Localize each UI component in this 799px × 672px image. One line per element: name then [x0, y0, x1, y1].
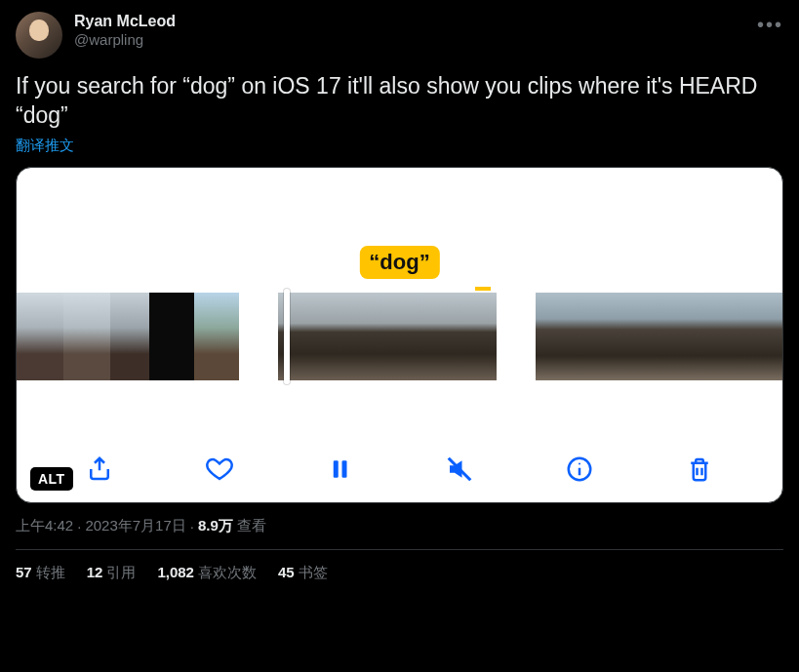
views-label: 查看 — [237, 517, 266, 535]
retweets-count: 57 — [16, 564, 32, 580]
alt-badge[interactable]: ALT — [30, 467, 73, 491]
clip-frame — [194, 293, 239, 380]
quotes-count: 12 — [87, 564, 103, 580]
meta-separator: · — [77, 518, 81, 534]
clip-frame — [442, 293, 497, 380]
playhead[interactable] — [284, 289, 290, 384]
clip-frame — [625, 293, 670, 380]
divider — [16, 549, 783, 550]
retweets-stat[interactable]: 57转推 — [16, 564, 65, 582]
quotes-stat[interactable]: 12引用 — [87, 564, 137, 582]
media-toolbar — [17, 448, 782, 491]
tweet-date[interactable]: 2023年7月17日 — [85, 517, 185, 535]
author-block[interactable]: Ryan McLeod @warpling — [74, 12, 176, 50]
clip-group[interactable] — [536, 293, 783, 380]
bookmarks-stat[interactable]: 45书签 — [278, 564, 328, 582]
clip-frame — [17, 293, 63, 380]
translate-link[interactable]: 翻译推文 — [16, 137, 783, 155]
clip-frame — [333, 293, 387, 380]
clip-frame — [110, 293, 149, 380]
more-button[interactable]: ••• — [757, 14, 783, 36]
search-term-label: “dog” — [359, 246, 439, 279]
avatar[interactable] — [16, 12, 62, 59]
likes-count: 1,082 — [157, 564, 194, 580]
clip-group[interactable] — [278, 293, 497, 380]
tweet-container: Ryan McLeod @warpling ••• If you search … — [0, 0, 799, 594]
clip-group[interactable] — [17, 293, 239, 380]
svg-rect-1 — [342, 460, 347, 478]
clip-frame — [536, 293, 580, 380]
clip-frame — [387, 293, 442, 380]
tweet-time[interactable]: 上午4:42 — [16, 517, 73, 535]
media-attachment[interactable]: “dog” — [16, 167, 783, 503]
clip-frame — [63, 293, 110, 380]
tweet-header: Ryan McLeod @warpling ••• — [16, 12, 783, 59]
mute-icon[interactable] — [438, 448, 481, 491]
handle: @warpling — [74, 31, 176, 50]
tweet-stats: 57转推 12引用 1,082喜欢次数 45书签 — [16, 564, 783, 582]
bookmarks-count: 45 — [278, 564, 295, 580]
video-timeline[interactable] — [17, 293, 782, 380]
share-icon[interactable] — [78, 448, 121, 491]
tweet-text: If you search for “dog” on iOS 17 it'll … — [16, 72, 783, 131]
retweets-label: 转推 — [36, 564, 65, 580]
tweet-meta: 上午4:42 · 2023年7月17日 · 8.9万 查看 — [16, 517, 783, 535]
info-icon[interactable] — [558, 448, 601, 491]
display-name: Ryan McLeod — [74, 12, 176, 31]
quotes-label: 引用 — [106, 564, 136, 580]
svg-rect-0 — [334, 460, 339, 478]
clip-frame — [715, 293, 760, 380]
heart-icon[interactable] — [198, 448, 241, 491]
likes-stat[interactable]: 1,082喜欢次数 — [157, 564, 257, 582]
meta-separator: · — [190, 518, 194, 534]
clip-frame — [760, 293, 783, 380]
clip-frame — [580, 293, 625, 380]
bookmarks-label: 书签 — [299, 564, 328, 580]
views-count: 8.9万 — [198, 517, 233, 535]
clip-frame — [670, 293, 715, 380]
likes-label: 喜欢次数 — [198, 564, 257, 580]
trash-icon[interactable] — [678, 448, 721, 491]
pause-icon[interactable] — [318, 448, 361, 491]
search-match-marker-icon — [475, 287, 491, 291]
svg-point-5 — [579, 462, 580, 464]
clip-frame — [149, 293, 194, 380]
